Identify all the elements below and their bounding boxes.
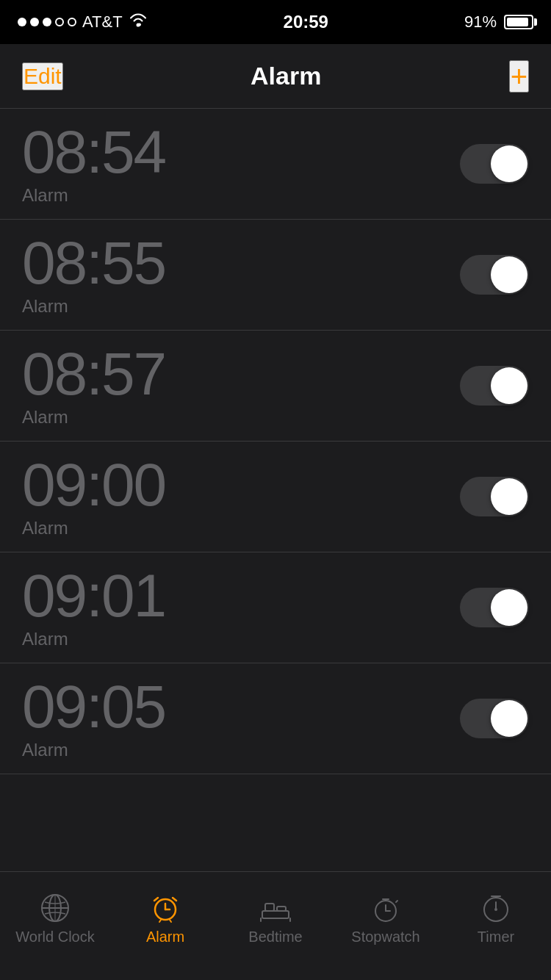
alarm-label: Alarm bbox=[22, 518, 165, 538]
alarm-item: 08:55 Alarm bbox=[0, 220, 551, 331]
status-right: 91% bbox=[464, 12, 533, 32]
svg-line-11 bbox=[170, 920, 171, 922]
status-left: AT&T bbox=[18, 12, 148, 32]
world-clock-icon bbox=[39, 892, 71, 924]
alarm-toggle-2[interactable] bbox=[460, 255, 529, 295]
alarm-list: 08:54 Alarm 08:55 Alarm 08:57 Alarm bbox=[0, 109, 551, 871]
wifi-icon bbox=[129, 12, 148, 32]
world-clock-label: World Clock bbox=[15, 929, 94, 945]
toggle-knob bbox=[491, 256, 527, 293]
toggle-knob bbox=[491, 700, 527, 737]
alarm-label: Alarm bbox=[22, 296, 165, 317]
alarm-item: 09:00 Alarm bbox=[0, 442, 551, 552]
toggle-knob bbox=[491, 367, 527, 404]
toggle-knob bbox=[491, 589, 527, 626]
tab-bedtime[interactable]: Bedtime bbox=[224, 892, 327, 945]
alarm-time: 08:55 bbox=[22, 233, 165, 293]
stopwatch-icon bbox=[370, 892, 402, 924]
alarm-toggle-4[interactable] bbox=[460, 477, 529, 516]
status-time: 20:59 bbox=[284, 12, 328, 32]
alarm-toggle-5[interactable] bbox=[460, 588, 529, 627]
svg-line-8 bbox=[154, 898, 158, 901]
alarm-time: 08:54 bbox=[22, 122, 165, 182]
alarm-item: 09:01 Alarm bbox=[0, 552, 551, 663]
alarm-info: 08:54 Alarm bbox=[22, 122, 165, 206]
stopwatch-label: Stopwatch bbox=[351, 929, 419, 945]
signal-dot-5 bbox=[68, 18, 76, 26]
alarm-info: 09:01 Alarm bbox=[22, 566, 165, 649]
alarm-time: 09:01 bbox=[22, 566, 165, 626]
alarm-label: Alarm bbox=[22, 629, 165, 649]
alarm-item: 08:57 Alarm bbox=[0, 331, 551, 442]
alarm-label: Alarm bbox=[22, 740, 165, 760]
signal-dot-3 bbox=[43, 18, 51, 26]
status-bar: AT&T 20:59 91% bbox=[0, 0, 551, 44]
alarm-time: 09:00 bbox=[22, 455, 165, 515]
tab-bar: World Clock Alarm Bedtime bbox=[0, 871, 551, 980]
signal-dot-2 bbox=[30, 18, 39, 26]
timer-label: Timer bbox=[478, 929, 514, 945]
alarm-label: Alarm bbox=[22, 407, 165, 428]
battery-fill bbox=[507, 18, 528, 26]
svg-rect-12 bbox=[262, 911, 289, 918]
carrier-label: AT&T bbox=[82, 12, 123, 32]
svg-line-10 bbox=[159, 920, 161, 922]
svg-rect-14 bbox=[277, 907, 286, 911]
battery-percentage: 91% bbox=[464, 12, 497, 32]
edit-button[interactable]: Edit bbox=[22, 62, 63, 90]
tab-alarm[interactable]: Alarm bbox=[114, 892, 217, 945]
signal-dots bbox=[18, 18, 76, 26]
add-alarm-button[interactable]: + bbox=[509, 60, 529, 93]
bedtime-label: Bedtime bbox=[248, 929, 302, 945]
main-content: 08:54 Alarm 08:55 Alarm 08:57 Alarm bbox=[0, 109, 551, 871]
alarm-label: Alarm bbox=[146, 929, 184, 945]
navigation-bar: Edit Alarm + bbox=[0, 44, 551, 109]
alarm-toggle-1[interactable] bbox=[460, 144, 529, 184]
alarm-time: 09:05 bbox=[22, 677, 165, 737]
alarm-item: 09:05 Alarm bbox=[0, 663, 551, 774]
alarm-toggle-3[interactable] bbox=[460, 366, 529, 406]
alarm-info: 08:57 Alarm bbox=[22, 344, 165, 428]
alarm-label: Alarm bbox=[22, 185, 165, 206]
signal-dot-4 bbox=[55, 18, 64, 26]
alarm-info: 09:05 Alarm bbox=[22, 677, 165, 760]
svg-point-0 bbox=[136, 24, 140, 27]
alarm-time: 08:57 bbox=[22, 344, 165, 404]
alarm-toggle-6[interactable] bbox=[460, 699, 529, 738]
signal-dot-1 bbox=[18, 18, 26, 26]
tab-world-clock[interactable]: World Clock bbox=[4, 892, 107, 945]
alarm-info: 09:00 Alarm bbox=[22, 455, 165, 538]
bedtime-icon bbox=[259, 892, 292, 924]
battery-icon bbox=[504, 15, 533, 29]
page-title: Alarm bbox=[251, 62, 321, 90]
svg-rect-13 bbox=[265, 904, 274, 911]
svg-line-22 bbox=[396, 901, 397, 902]
tab-timer[interactable]: Timer bbox=[444, 892, 547, 945]
alarm-icon bbox=[149, 892, 181, 924]
svg-point-25 bbox=[494, 908, 497, 911]
timer-icon bbox=[480, 892, 512, 924]
tab-stopwatch[interactable]: Stopwatch bbox=[334, 892, 437, 945]
toggle-knob bbox=[491, 145, 527, 182]
toggle-knob bbox=[491, 478, 527, 515]
svg-line-9 bbox=[173, 898, 176, 901]
alarm-item: 08:54 Alarm bbox=[0, 109, 551, 220]
alarm-info: 08:55 Alarm bbox=[22, 233, 165, 317]
